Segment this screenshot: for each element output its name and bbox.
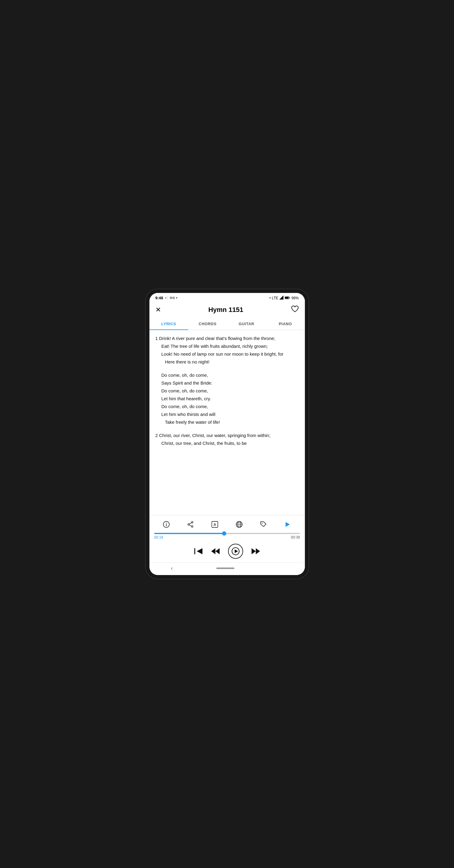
status-lte-dot: •: [269, 296, 270, 300]
tab-lyrics[interactable]: LYRICS: [150, 318, 188, 330]
status-left: 9:48 ⚬⁚ 𝔚𝔓 •: [156, 296, 177, 300]
favorite-button[interactable]: [291, 305, 299, 314]
verse-1-line-1: 1 Drink! A river pure and clear that's f…: [156, 335, 299, 342]
time-labels: 00:19 00:39: [154, 534, 300, 541]
svg-point-19: [262, 523, 263, 524]
device-screen: 9:48 ⚬⁚ 𝔚𝔓 • • LTE: [150, 293, 305, 575]
svg-marker-0: [279, 296, 284, 300]
status-app: 𝔚𝔓: [170, 296, 175, 300]
verse-1-line-4: Here there is no night!: [156, 358, 299, 366]
svg-marker-26: [235, 550, 238, 553]
chorus-line-5: Do come, oh, do come,: [156, 403, 299, 410]
verse-1-line-3: Look! No need of lamp nor sun nor moon t…: [156, 350, 299, 358]
media-controls: [150, 541, 305, 562]
back-button[interactable]: ‹: [171, 565, 173, 571]
status-right: • LTE 96%: [269, 296, 298, 301]
svg-line-10: [190, 523, 192, 524]
status-bar: 9:48 ⚬⁚ 𝔚𝔓 • • LTE: [150, 293, 305, 302]
svg-marker-24: [211, 548, 216, 554]
chorus-line-4: Let him that heareth, cry.: [156, 395, 299, 402]
toolbar-icons: A: [150, 516, 305, 532]
device-frame: 9:48 ⚬⁚ 𝔚𝔓 • • LTE: [146, 289, 309, 579]
chorus: Do come, oh, do come, Says Spirit and th…: [156, 372, 299, 426]
verse-2: 2 Christ, our river, Christ, our water, …: [156, 432, 299, 447]
svg-rect-2: [290, 297, 290, 299]
svg-marker-28: [256, 548, 260, 554]
play-pause-button[interactable]: [228, 544, 243, 559]
tabs-bar: LYRICS CHORDS GUITAR PIANO: [150, 318, 305, 330]
progress-fill: [154, 533, 224, 534]
tab-guitar[interactable]: GUITAR: [227, 318, 266, 330]
tag-button[interactable]: [258, 519, 269, 530]
close-button[interactable]: ✕: [156, 306, 161, 314]
progress-area: 00:19 00:39: [150, 532, 305, 541]
svg-text:A: A: [214, 523, 216, 527]
chorus-line-7: Take freely the water of life!: [156, 418, 299, 426]
svg-marker-23: [216, 548, 220, 554]
status-icons: ⚬⁚: [164, 296, 168, 300]
progress-thumb: [222, 531, 226, 535]
bottom-toolbar: A: [150, 515, 305, 562]
tab-chords[interactable]: CHORDS: [188, 318, 227, 330]
svg-rect-3: [285, 297, 289, 299]
verse-1: 1 Drink! A river pure and clear that's f…: [156, 335, 299, 366]
lyrics-content: 1 Drink! A river pure and clear that's f…: [150, 330, 305, 515]
chorus-line-3: Do come, oh, do come,: [156, 387, 299, 395]
verse-2-line-2: Christ, our tree, and Christ, the fruits…: [156, 440, 299, 447]
status-dot: •: [176, 296, 177, 300]
nav-bar: ‹: [150, 562, 305, 575]
share-button[interactable]: [185, 519, 196, 530]
status-time: 9:48: [156, 296, 163, 300]
battery-percent: 96%: [291, 296, 298, 300]
svg-marker-27: [252, 548, 256, 554]
svg-marker-22: [197, 548, 202, 554]
svg-point-8: [188, 524, 190, 525]
svg-point-7: [192, 522, 193, 523]
font-size-button[interactable]: A: [209, 519, 220, 530]
status-lte: LTE: [272, 296, 278, 300]
verse-2-line-1: 2 Christ, our river, Christ, our water, …: [156, 432, 299, 439]
svg-point-9: [192, 526, 193, 527]
svg-point-6: [166, 523, 167, 523]
fast-forward-button[interactable]: [252, 548, 260, 555]
app-header: ✕ Hymn 1151: [150, 302, 305, 318]
signal-icon: [279, 296, 284, 301]
time-total: 00:39: [291, 535, 300, 539]
rewind-button[interactable]: [211, 548, 220, 555]
verse-1-line-2: Eat! The tree of life with fruits abunda…: [156, 343, 299, 350]
time-current: 00:19: [154, 535, 163, 539]
chorus-line-6: Let him who thirsts and will: [156, 411, 299, 418]
chorus-line-2: Says Spirit and the Bride:: [156, 379, 299, 387]
progress-bar[interactable]: [154, 533, 300, 534]
battery-icon: [285, 296, 290, 300]
play-next-button[interactable]: [282, 519, 293, 530]
home-indicator[interactable]: [216, 567, 234, 569]
language-button[interactable]: [234, 519, 245, 530]
info-button[interactable]: [161, 519, 172, 530]
skip-back-button[interactable]: [194, 548, 203, 555]
svg-marker-20: [286, 522, 290, 527]
chorus-line-1: Do come, oh, do come,: [156, 372, 299, 379]
page-title: Hymn 1151: [208, 306, 243, 314]
svg-rect-21: [194, 548, 195, 554]
svg-line-11: [190, 525, 192, 526]
tab-piano[interactable]: PIANO: [266, 318, 305, 330]
